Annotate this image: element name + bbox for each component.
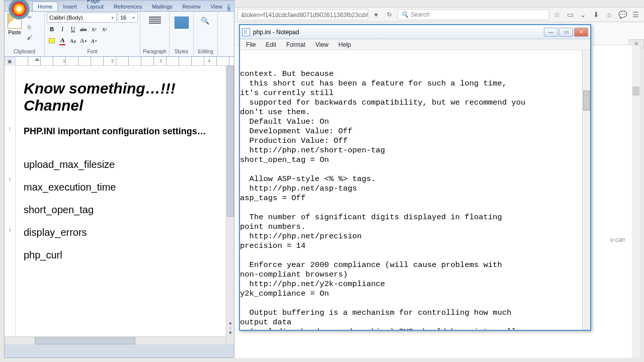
notepad-menubar: File Edit Format View Help (240, 39, 590, 50)
underline-button[interactable]: U (68, 24, 78, 34)
home-icon[interactable]: ⌂ (604, 9, 615, 20)
clipboard-group: Paste ✂ ⎘ 🖌 Clipboard (5, 12, 45, 56)
page-text-fragment: u can (610, 236, 625, 243)
list-item: display_errors (24, 227, 215, 238)
tab-page-layout[interactable]: Page Layout (82, 0, 109, 11)
menu-icon[interactable]: ☰ (630, 9, 641, 20)
list-item: php_curl (24, 249, 215, 261)
font-group: Calibri (Body) ▼ 16 ▼ B I U abc x2 x2 A … (45, 12, 140, 56)
shrink-font-button[interactable]: A▼ (89, 36, 99, 46)
notepad-titlebar[interactable]: php.ini - Notepad — ▭ ✕ (240, 25, 590, 39)
list-item: short_open_tag (24, 204, 215, 216)
superscript-button[interactable]: x2 (100, 24, 110, 34)
page-vertical-scrollbar[interactable] (632, 45, 640, 358)
chevron-down-icon: ▼ (132, 16, 135, 20)
horizontal-ruler[interactable]: ▣ 1 2 3 4 (5, 57, 234, 66)
editing-group: Editing (194, 12, 218, 56)
styles-icon[interactable] (175, 17, 189, 29)
change-case-button[interactable]: Aa (68, 36, 78, 46)
document-horizontal-scrollbar[interactable] (5, 336, 226, 344)
notepad-icon (242, 28, 250, 36)
help-icon[interactable]: ? (227, 4, 230, 11)
hscroll-thumb[interactable] (35, 337, 135, 344)
downloads-icon[interactable]: ⬇ (591, 9, 602, 20)
paragraph-label: Paragraph (143, 49, 167, 55)
paragraph-icon[interactable] (149, 17, 161, 27)
tab-review[interactable]: Review (178, 2, 206, 11)
browse-object-nav[interactable]: ▲○▼ (226, 320, 234, 335)
font-size-select[interactable]: 16 ▼ (118, 13, 138, 23)
url-bar[interactable]: &token=f141dcdcfaed8071d902611363fb23cd# (237, 9, 368, 20)
menu-format[interactable]: Format (281, 40, 310, 50)
menu-edit[interactable]: Edit (261, 40, 281, 50)
dropdown-icon[interactable]: ▾ (370, 9, 381, 20)
italic-button[interactable]: I (57, 24, 67, 34)
minimize-button[interactable]: — (544, 28, 558, 37)
format-painter-button[interactable]: 🖌 (25, 33, 34, 42)
find-icon[interactable] (201, 17, 211, 29)
paragraph-group: Paragraph (140, 12, 170, 56)
indent-marker[interactable] (35, 58, 40, 61)
tab-mailings[interactable]: Mailings (147, 2, 177, 11)
tab-view[interactable]: View (206, 2, 228, 11)
clipboard-label: Clipboard (7, 49, 42, 55)
document-vertical-scrollbar[interactable]: ▲○▼ (226, 66, 234, 344)
grow-font-button[interactable]: A▲ (78, 36, 89, 46)
menu-view[interactable]: View (310, 40, 334, 50)
ribbon: Paste ✂ ⎘ 🖌 Clipboard Calibri (Body) ▼ 1… (5, 12, 234, 57)
notepad-title: php.ini - Notepad (253, 29, 299, 36)
chevron-down-icon: ▼ (111, 16, 114, 20)
vertical-ruler[interactable]: 1 2 3 (5, 66, 16, 344)
bold-button[interactable]: B (47, 24, 57, 34)
document-subtitle: PHP.INI important configuration settings… (24, 126, 215, 137)
copy-button[interactable]: ⎘ (25, 23, 34, 32)
font-name-select[interactable]: Calibri (Body) ▼ (47, 13, 117, 23)
notepad-window: php.ini - Notepad — ▭ ✕ File Edit Format… (239, 24, 591, 331)
tab-insert[interactable]: Insert (58, 2, 82, 11)
reload-button[interactable]: ↻ (383, 9, 395, 20)
tab-references[interactable]: References (109, 2, 147, 11)
menu-file[interactable]: File (241, 40, 261, 50)
search-input[interactable]: 🔍 Search (397, 9, 549, 20)
document-area[interactable]: 1 2 3 Know something…!!! Channel PHP.INI… (5, 66, 234, 344)
scroll-thumb[interactable] (227, 66, 234, 217)
styles-label: Styles (175, 49, 188, 55)
pocket-icon[interactable]: ⌄ (578, 9, 589, 20)
search-placeholder: Search (411, 11, 430, 18)
word-window: Home Insert Page Layout References Maili… (4, 0, 234, 358)
notepad-scroll-thumb[interactable] (583, 90, 590, 111)
page-scroll-thumb[interactable] (632, 86, 639, 96)
menu-help[interactable]: Help (334, 40, 356, 50)
close-button[interactable]: ✕ (574, 28, 588, 37)
list-item: max_execution_time (24, 182, 215, 193)
font-label: Font (47, 49, 138, 55)
list-item: upload_max_filesize (24, 159, 215, 170)
ruler-corner: ▣ (5, 57, 16, 66)
font-color-button[interactable]: A (57, 36, 67, 46)
bookmark-star-icon[interactable]: ☆ (551, 9, 562, 20)
strikethrough-button[interactable]: abc (78, 24, 89, 34)
notepad-text-area[interactable]: context. But because this short cut has … (240, 50, 590, 330)
search-icon: 🔍 (401, 11, 409, 18)
document-title: Know something…!!! Channel (24, 80, 215, 114)
maximize-button[interactable]: ▭ (559, 28, 573, 37)
notepad-text: context. But because this short cut has … (240, 69, 590, 330)
styles-group: Styles (170, 12, 194, 56)
notepad-vertical-scrollbar[interactable] (582, 50, 590, 330)
browser-toolbar: &token=f141dcdcfaed8071d902611363fb23cd#… (234, 7, 644, 22)
ribbon-tabs: Home Insert Page Layout References Maili… (5, 1, 234, 12)
browser-titlebar-fragment (234, 0, 644, 7)
editing-label: Editing (198, 49, 213, 55)
tab-home[interactable]: Home (32, 2, 58, 11)
chat-icon[interactable]: 💬 (617, 9, 628, 20)
subscript-button[interactable]: x2 (89, 24, 99, 34)
reading-list-icon[interactable]: ▭ (565, 9, 576, 20)
highlight-color-button[interactable] (47, 36, 57, 46)
